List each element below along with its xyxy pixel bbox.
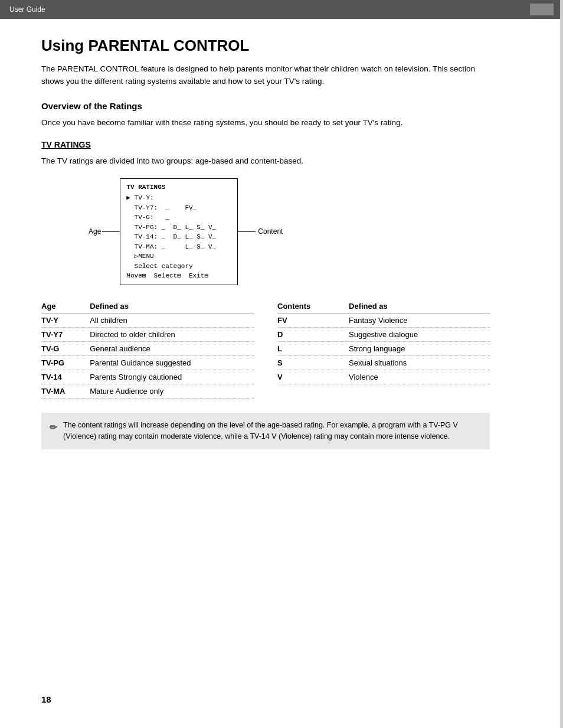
age-code: TV-Y xyxy=(41,313,90,327)
content-table: Contents Defined as FVFantasy ViolenceDS… xyxy=(277,299,490,384)
header-title: User Guide xyxy=(9,5,45,14)
age-definition: General audience xyxy=(90,341,254,355)
overview-text: Once you have become familiar with these… xyxy=(41,117,490,129)
contents-col-header: Contents xyxy=(277,299,349,314)
age-code: TV-PG xyxy=(41,355,90,370)
content-definition: Suggestive dialogue xyxy=(349,327,490,341)
age-definition: All children xyxy=(90,313,254,327)
content-definition: Violence xyxy=(349,370,490,384)
age-table-col: Age Defined as TV-YAll childrenTV-Y7Dire… xyxy=(41,299,254,399)
box-row-6: ▷MENU xyxy=(126,252,231,262)
intro-text: The PARENTAL CONTROL feature is designed… xyxy=(41,63,490,88)
note-text: The content ratings will increase depend… xyxy=(63,420,482,443)
age-definition: Directed to older children xyxy=(90,327,254,341)
table-row: DSuggestive dialogue xyxy=(277,327,490,341)
age-definition: Parents Strongly cautioned xyxy=(90,370,254,384)
age-definition: Parental Guidance suggested xyxy=(90,355,254,370)
ratings-table-area: Age Defined as TV-YAll childrenTV-Y7Dire… xyxy=(41,299,490,399)
note-box: ✏ The content ratings will increase depe… xyxy=(41,413,490,450)
tv-ratings-heading: TV RATINGS xyxy=(41,140,490,149)
box-row-4: TV-14: _ D_ L_ S_ V_ xyxy=(126,232,231,242)
age-code: TV-G xyxy=(41,341,90,355)
box-row-8: Move⊞ Select⊟ Exit⊟ xyxy=(126,271,231,281)
box-row-2: TV-G: _ xyxy=(126,213,231,223)
overview-heading: Overview of the Ratings xyxy=(41,101,490,111)
content-table-col: Contents Defined as FVFantasy ViolenceDS… xyxy=(277,299,490,399)
content-definition: Strong language xyxy=(349,341,490,355)
header-corner xyxy=(530,4,554,15)
diagram-area: Age TV RATINGS ▶ TV-Y: TV-Y7: _ FV_ TV-G… xyxy=(89,178,490,285)
table-row: TV-Y7Directed to older children xyxy=(41,327,254,341)
diagram-content-label: Content xyxy=(238,227,283,236)
right-border xyxy=(560,0,563,728)
box-row-3: TV-PG: _ D_ L_ S_ V_ xyxy=(126,223,231,233)
table-row: LStrong language xyxy=(277,341,490,355)
box-row-5: TV-MA: _ L_ S_ V_ xyxy=(126,242,231,252)
table-row: FVFantasy Violence xyxy=(277,313,490,327)
table-row: TV-GGeneral audience xyxy=(41,341,254,355)
note-icon: ✏ xyxy=(50,420,57,435)
table-row: TV-PGParental Guidance suggested xyxy=(41,355,254,370)
content-code: D xyxy=(277,327,349,341)
table-row: TV-14Parents Strongly cautioned xyxy=(41,370,254,384)
content-definition: Fantasy Violence xyxy=(349,313,490,327)
content-definition: Sexual situations xyxy=(349,355,490,370)
table-row: VViolence xyxy=(277,370,490,384)
box-row-7: Select category xyxy=(126,262,231,272)
age-code: TV-14 xyxy=(41,370,90,384)
main-title: Using PARENTAL CONTROL xyxy=(41,37,490,55)
age-definition: Mature Audience only xyxy=(90,384,254,398)
tv-ratings-text: The TV ratings are divided into two grou… xyxy=(41,155,490,168)
content-code: L xyxy=(277,341,349,355)
tv-ratings-box: TV RATINGS ▶ TV-Y: TV-Y7: _ FV_ TV-G: _ … xyxy=(120,178,238,285)
content-code: FV xyxy=(277,313,349,327)
content-code: V xyxy=(277,370,349,384)
header-bar: User Guide xyxy=(0,0,563,19)
age-table: Age Defined as TV-YAll childrenTV-Y7Dire… xyxy=(41,299,254,399)
diagram-age-label: Age xyxy=(89,227,120,236)
content-code: S xyxy=(277,355,349,370)
table-row: SSexual situations xyxy=(277,355,490,370)
box-row-0: ▶ TV-Y: xyxy=(126,193,231,203)
defined-col-header-content: Defined as xyxy=(349,299,490,314)
box-row-1: TV-Y7: _ FV_ xyxy=(126,203,231,213)
box-title: TV RATINGS xyxy=(126,182,231,192)
age-code: TV-Y7 xyxy=(41,327,90,341)
age-col-header: Age xyxy=(41,299,90,314)
table-row: TV-MAMature Audience only xyxy=(41,384,254,398)
age-code: TV-MA xyxy=(41,384,90,398)
table-row: TV-YAll children xyxy=(41,313,254,327)
page-content: Using PARENTAL CONTROL The PARENTAL CONT… xyxy=(0,19,531,473)
page-number: 18 xyxy=(41,694,51,704)
defined-col-header-age: Defined as xyxy=(90,299,254,314)
